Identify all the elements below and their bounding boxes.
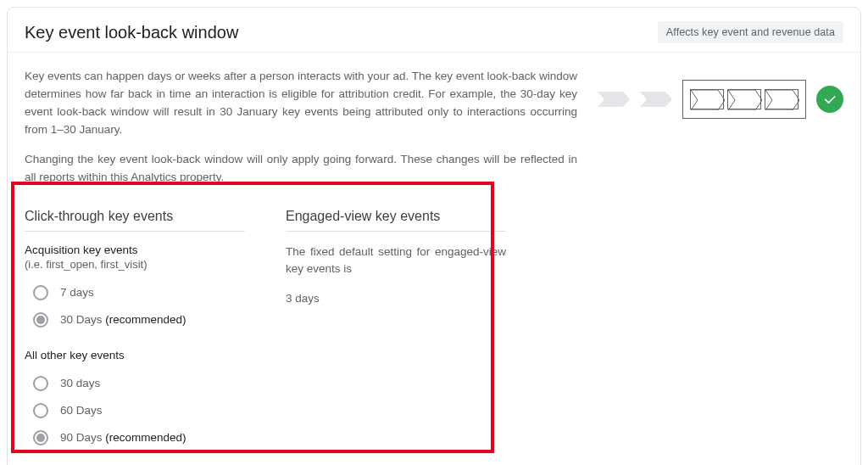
lookback-card: Key event look-back window Affects key e…	[7, 7, 861, 465]
chevron-segment-icon	[727, 89, 761, 109]
option-label: 30 days	[60, 377, 100, 389]
option-label: 7 days	[60, 286, 94, 299]
acquisition-subheading: (i.e. first_open, first_visit)	[25, 258, 245, 271]
window-box	[682, 80, 806, 119]
radio-option-other-90-days[interactable]: 90 Days (recommended)	[25, 424, 245, 451]
svg-marker-4	[765, 90, 799, 110]
lookback-illustration	[598, 68, 843, 119]
chevron-segment-icon	[690, 89, 724, 109]
option-label: 90 Days (recommended)	[60, 431, 186, 444]
check-icon	[822, 92, 837, 107]
card-header: Key event look-back window Affects key e…	[8, 8, 860, 53]
chevron-step-icon	[640, 92, 672, 107]
acquisition-options: 7 days 30 Days (recommended)	[25, 279, 245, 333]
svg-marker-2	[691, 90, 725, 110]
svg-marker-0	[598, 92, 630, 107]
radio-icon	[33, 430, 48, 445]
affects-data-badge: Affects key event and revenue data	[658, 21, 843, 43]
radio-option-other-60-days[interactable]: 60 Days	[25, 397, 245, 424]
radio-icon	[33, 285, 48, 300]
radio-icon	[33, 376, 48, 391]
option-label: 30 Days (recommended)	[60, 313, 186, 326]
engaged-view-title: Engaged-view key events	[286, 209, 506, 232]
svg-marker-3	[728, 90, 762, 110]
radio-option-acq-30-days[interactable]: 30 Days (recommended)	[25, 306, 245, 333]
engaged-view-description: The fixed default setting for engaged-vi…	[286, 244, 506, 279]
description-paragraph-2: Changing the key event look-back window …	[25, 151, 577, 187]
radio-option-acq-7-days[interactable]: 7 days	[25, 279, 245, 306]
engaged-view-value: 3 days	[286, 292, 506, 305]
chevron-segment-icon	[765, 89, 798, 109]
success-circle	[816, 86, 843, 113]
option-label: 60 Days	[60, 404, 103, 417]
other-events-options: 30 days 60 Days 90 Days (recommended)	[25, 370, 245, 451]
svg-marker-1	[640, 92, 672, 107]
description-paragraph-1: Key events can happen days or weeks afte…	[25, 68, 577, 139]
acquisition-heading: Acquisition key events	[25, 244, 245, 256]
card-body: Key events can happen days or weeks afte…	[8, 53, 860, 465]
click-through-column: Click-through key events Acquisition key…	[25, 209, 245, 465]
radio-icon	[33, 312, 48, 328]
other-events-heading: All other key events	[25, 349, 245, 361]
settings-columns: Click-through key events Acquisition key…	[25, 209, 843, 465]
description-row: Key events can happen days or weeks afte…	[25, 68, 843, 199]
click-through-title: Click-through key events	[25, 209, 245, 232]
card-title: Key event look-back window	[25, 23, 238, 42]
radio-option-other-30-days[interactable]: 30 days	[25, 370, 245, 397]
engaged-view-column: Engaged-view key events The fixed defaul…	[286, 209, 506, 465]
chevron-step-icon	[598, 92, 630, 107]
radio-icon	[33, 403, 48, 418]
description-text: Key events can happen days or weeks afte…	[25, 68, 577, 199]
